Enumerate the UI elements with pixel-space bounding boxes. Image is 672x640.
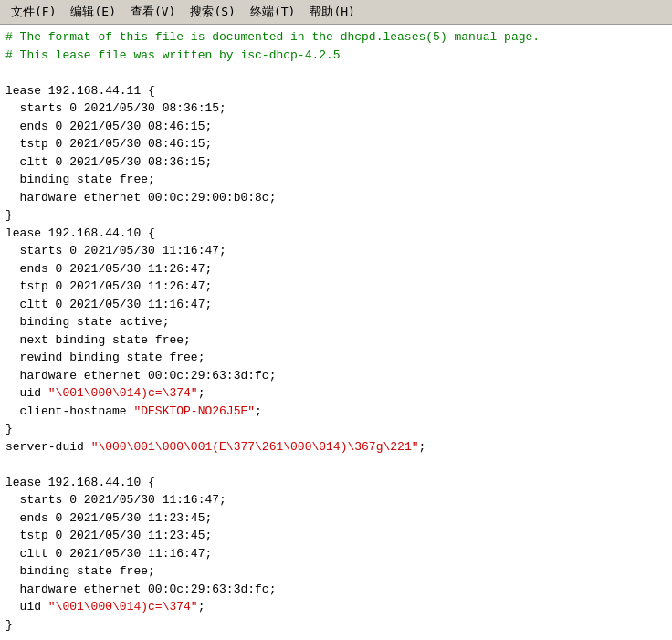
editor[interactable]: # The format of this file is documented … — [0, 25, 672, 640]
menu-search[interactable]: 搜索(S) — [183, 2, 242, 22]
uid-string-2: "\001\000\014)c=\374" — [48, 600, 198, 614]
menu-view[interactable]: 查看(V) — [123, 2, 183, 22]
server-duid-end: ; lease 192.168.44.10 { starts 0 2021/05… — [5, 440, 425, 614]
server-duid-string: "\000\001\000\001(E\377\261\000\014)\367… — [91, 440, 419, 454]
menu-edit[interactable]: 编辑(E) — [63, 2, 122, 22]
comment-line-2: # This lease file was written by isc-dhc… — [5, 48, 341, 62]
hostname-string: "DESKTOP-NO26J5E" — [133, 404, 255, 418]
comment-line-1: # The format of this file is documented … — [5, 30, 540, 44]
uid-string-1: "\001\000\014)c=\374" — [48, 386, 198, 400]
menu-terminal[interactable]: 终端(T) — [243, 2, 302, 22]
menu-file[interactable]: 文件(F) — [4, 2, 63, 22]
menu-help[interactable]: 帮助(H) — [302, 2, 362, 22]
menubar: 文件(F) 编辑(E) 查看(V) 搜索(S) 终端(T) 帮助(H) — [0, 0, 672, 25]
code-block-1: lease 192.168.44.11 { starts 0 2021/05/3… — [5, 84, 276, 401]
